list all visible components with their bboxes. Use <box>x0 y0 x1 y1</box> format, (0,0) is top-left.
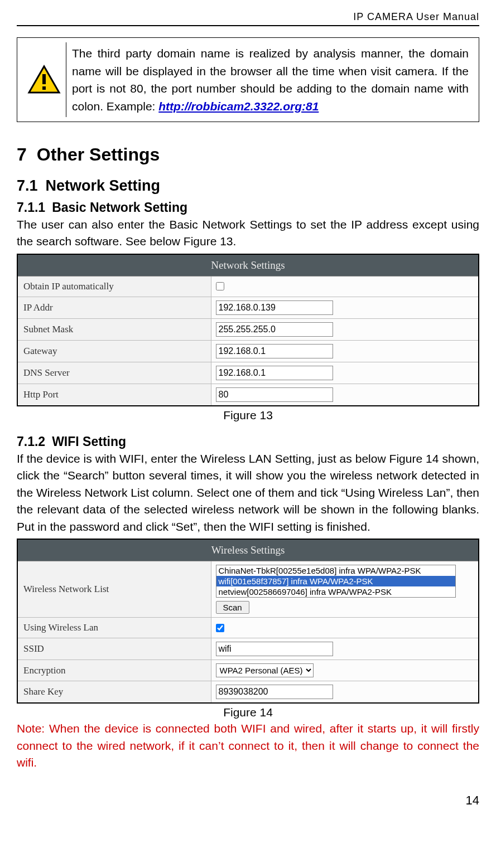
input-ssid[interactable] <box>216 642 333 656</box>
label-subnet: Subnet Mask <box>18 319 211 340</box>
row-dns: DNS Server <box>18 362 478 384</box>
value-cell-share-key <box>211 681 479 702</box>
row-encryption: Encryption WPA2 Personal (AES) <box>18 660 478 681</box>
heading-num-7: 7 <box>17 144 27 164</box>
wifi-option-2[interactable]: netview[002586697046] infra WPA/WPA2-PSK <box>216 586 455 597</box>
wifi-option-0[interactable]: ChinaNet-TbkR[00255e1e5d08] infra WPA/WP… <box>216 565 455 576</box>
row-ip-addr: IP Addr <box>18 297 478 319</box>
value-cell-ssid <box>211 638 479 660</box>
label-http-port: Http Port <box>18 384 211 405</box>
row-ssid: SSID <box>18 638 478 660</box>
figure13-caption: Figure 13 <box>17 409 479 422</box>
value-cell-ip-addr <box>211 297 479 318</box>
figure14-caption: Figure 14 <box>17 706 479 719</box>
label-using-wlan: Using Wireless Lan <box>18 618 211 638</box>
heading-title-7: Other Settings <box>37 144 160 164</box>
value-cell-subnet <box>211 319 479 340</box>
wireless-settings-panel: Wireless Settings Wireless Network List … <box>17 539 479 704</box>
heading-basic-network: 7.1.1Basic Network Setting <box>17 200 479 215</box>
paragraph-711: The user can also enter the Basic Networ… <box>17 216 479 250</box>
input-gateway[interactable] <box>216 344 333 358</box>
heading-network-setting: 7.1Network Setting <box>17 177 479 195</box>
heading-title-711: Basic Network Setting <box>52 200 187 215</box>
heading-wifi-setting: 7.1.2WIFI Setting <box>17 434 479 449</box>
header-title: IP CAMERA User Manual <box>353 11 479 22</box>
row-subnet: Subnet Mask <box>18 319 478 341</box>
row-http-port: Http Port <box>18 384 478 405</box>
heading-num-712: 7.1.2 <box>17 434 45 449</box>
heading-title-71: Network Setting <box>46 177 161 194</box>
heading-num-71: 7.1 <box>17 177 38 194</box>
select-encryption[interactable]: WPA2 Personal (AES) <box>216 663 314 677</box>
row-gateway: Gateway <box>18 341 478 362</box>
input-ip-addr[interactable] <box>216 300 333 315</box>
page-number: 14 <box>17 793 479 808</box>
value-cell-dns <box>211 362 479 384</box>
page-header: IP CAMERA User Manual <box>17 11 479 26</box>
paragraph-712: If the device is with WIFI, enter the Wi… <box>17 450 479 535</box>
label-share-key: Share Key <box>18 681 211 702</box>
value-cell-using-wlan <box>211 618 479 638</box>
network-panel-title: Network Settings <box>18 255 478 277</box>
wifi-option-1[interactable]: wifi[001e58f37857] infra WPA/WPA2-PSK <box>216 576 455 586</box>
warning-text: The third party domain name is realized … <box>66 42 474 117</box>
label-dns: DNS Server <box>18 362 211 384</box>
checkbox-using-wlan[interactable] <box>216 624 224 632</box>
wifi-note: Note: When the device is connected both … <box>17 720 479 771</box>
heading-title-712: WIFI Setting <box>52 434 126 449</box>
svg-rect-2 <box>42 86 46 90</box>
label-ip-addr: IP Addr <box>18 297 211 318</box>
value-cell-gateway <box>211 341 479 362</box>
row-wifi-list: Wireless Network List ChinaNet-TbkR[0025… <box>18 561 478 618</box>
heading-other-settings: 7Other Settings <box>17 144 479 165</box>
input-dns[interactable] <box>216 366 333 380</box>
svg-rect-1 <box>42 74 46 84</box>
input-http-port[interactable] <box>216 387 333 402</box>
checkbox-obtain-ip[interactable] <box>216 282 224 290</box>
label-gateway: Gateway <box>18 341 211 362</box>
label-ssid: SSID <box>18 638 211 660</box>
value-cell-wifi-list: ChinaNet-TbkR[00255e1e5d08] infra WPA/WP… <box>211 561 479 617</box>
row-share-key: Share Key <box>18 681 478 702</box>
warning-example-link[interactable]: http://robbicam2.3322.org:81 <box>158 100 319 113</box>
wifi-list-container: ChinaNet-TbkR[00255e1e5d08] infra WPA/WP… <box>216 565 456 614</box>
label-obtain-ip: Obtain IP automatically <box>18 277 211 297</box>
label-wifi-list: Wireless Network List <box>18 561 211 617</box>
row-using-wlan: Using Wireless Lan <box>18 618 478 638</box>
input-subnet[interactable] <box>216 322 333 337</box>
value-cell-encryption: WPA2 Personal (AES) <box>211 660 479 681</box>
row-obtain-ip: Obtain IP automatically <box>18 277 478 297</box>
warning-icon <box>27 65 61 95</box>
network-settings-panel: Network Settings Obtain IP automatically… <box>17 254 479 406</box>
scan-button[interactable]: Scan <box>216 601 249 614</box>
heading-num-711: 7.1.1 <box>17 200 45 215</box>
wireless-panel-title: Wireless Settings <box>18 540 478 561</box>
input-share-key[interactable] <box>216 685 333 699</box>
wifi-network-listbox[interactable]: ChinaNet-TbkR[00255e1e5d08] infra WPA/WP… <box>216 565 456 598</box>
warning-icon-cell <box>22 42 66 117</box>
label-encryption: Encryption <box>18 660 211 681</box>
value-obtain-ip <box>211 277 479 297</box>
value-cell-http-port <box>211 384 479 405</box>
warning-callout: The third party domain name is realized … <box>17 37 479 122</box>
